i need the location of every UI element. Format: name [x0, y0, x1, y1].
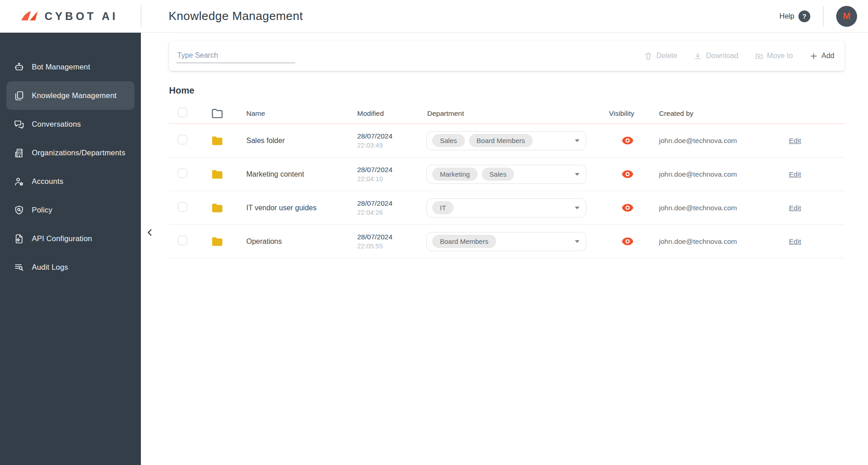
sidebar-item-bot-management[interactable]: Bot Management	[6, 53, 135, 81]
page-title: Knowledge Management	[169, 9, 303, 23]
column-header-visibility: Visibility	[604, 109, 652, 118]
building-icon	[14, 148, 25, 158]
robot-icon	[14, 62, 25, 73]
chevron-down-icon	[575, 139, 579, 142]
select-all-checkbox[interactable]	[178, 108, 187, 117]
cybot-logo-icon	[20, 10, 39, 23]
visibility-toggle[interactable]	[622, 137, 634, 144]
column-header-department: Department	[423, 109, 604, 118]
sidebar-item-label: Audit Logs	[32, 263, 68, 272]
move-to-button[interactable]: Move to	[755, 52, 793, 60]
topbar-divider	[823, 6, 823, 27]
modified-time: 22:04:26	[357, 209, 423, 216]
help-button[interactable]: Help ?	[779, 10, 810, 22]
sidebar-item-organizations-departments[interactable]: Organizations/Departments	[6, 139, 135, 167]
edit-link[interactable]: Edit	[789, 170, 801, 178]
brand-name: CYBOT AI	[45, 10, 118, 23]
delete-button[interactable]: Delete	[644, 52, 677, 60]
search-input[interactable]	[176, 49, 295, 63]
department-chip: Board Members	[469, 134, 533, 147]
department-select[interactable]: IT	[426, 198, 586, 218]
created-by-email: john.doe@technova.com	[652, 237, 782, 246]
visibility-toggle[interactable]	[622, 237, 634, 245]
breadcrumb-home[interactable]: Home	[169, 85, 868, 96]
visibility-toggle[interactable]	[622, 204, 634, 212]
sidebar-item-label: Knowledge Management	[32, 91, 117, 100]
department-chip: Marketing	[432, 168, 478, 181]
download-button[interactable]: Download	[693, 52, 738, 60]
trash-icon	[644, 52, 653, 60]
chat-bubbles-icon	[14, 119, 25, 130]
folders-table: Name Modified Department Visibility Crea…	[169, 103, 844, 258]
department-select[interactable]: MarketingSales	[426, 165, 586, 184]
folder-icon	[210, 235, 224, 248]
sidebar-item-label: Organizations/Departments	[32, 148, 125, 157]
folder-icon	[210, 168, 224, 181]
visibility-toggle[interactable]	[622, 170, 634, 178]
sidebar-item-label: Bot Management	[32, 63, 90, 71]
chevron-down-icon	[575, 207, 579, 209]
help-label: Help	[779, 12, 794, 20]
edit-link[interactable]: Edit	[789, 237, 801, 245]
table-header-row: Name Modified Department Visibility Crea…	[169, 103, 844, 124]
topbar: CYBOT AI Knowledge Management Help ? M	[0, 0, 868, 33]
sidebar-item-knowledge-management[interactable]: Knowledge Management	[6, 81, 135, 110]
row-checkbox[interactable]	[178, 236, 187, 245]
modified-time: 22:03:49	[357, 142, 423, 149]
sidebar-item-label: Conversations	[32, 120, 81, 129]
column-header-created-by: Created by	[652, 109, 782, 118]
row-checkbox[interactable]	[178, 168, 187, 178]
plus-icon	[809, 52, 818, 60]
download-button-label: Download	[706, 52, 738, 60]
eye-icon	[622, 137, 634, 144]
main-content: Delete Download Move to Add Home	[141, 33, 868, 465]
modified-date: 28/07/2024	[357, 199, 423, 208]
sidebar-item-label: Policy	[32, 206, 52, 214]
row-checkbox[interactable]	[178, 135, 187, 144]
avatar[interactable]: M	[836, 6, 857, 27]
sidebar-item-policy[interactable]: Policy	[6, 196, 135, 224]
folder-outline-icon	[210, 107, 224, 120]
created-by-email: john.doe@technova.com	[652, 170, 782, 178]
table-row: Marketing content 28/07/2024 22:04:10 Ma…	[169, 158, 844, 191]
user-gear-icon	[14, 176, 25, 187]
column-header-modified: Modified	[354, 109, 423, 118]
department-select[interactable]: SalesBoard Members	[426, 131, 586, 150]
department-chip: Sales	[432, 134, 465, 147]
delete-button-label: Delete	[656, 52, 677, 60]
chevron-down-icon	[575, 240, 579, 243]
add-button-label: Add	[822, 52, 834, 60]
sidebar-item-conversations[interactable]: Conversations	[6, 110, 135, 139]
sidebar-item-audit-logs[interactable]: Audit Logs	[6, 253, 135, 282]
edit-link[interactable]: Edit	[789, 137, 801, 144]
eye-icon	[622, 237, 634, 245]
sidebar: Bot Management Knowledge Management Conv…	[0, 33, 141, 465]
folder-name[interactable]: Marketing content	[242, 170, 354, 178]
table-row: Operations 28/07/2024 22:05:55 Board Mem…	[169, 225, 844, 258]
modified-date: 28/07/2024	[357, 233, 423, 241]
modified-time: 22:04:10	[357, 175, 423, 183]
created-by-email: john.doe@technova.com	[652, 137, 782, 145]
folder-name[interactable]: Operations	[242, 237, 354, 246]
sidebar-collapse-button[interactable]	[143, 225, 157, 240]
modified-date: 28/07/2024	[357, 132, 423, 140]
department-chip: Sales	[482, 168, 514, 181]
sidebar-item-api-configuration[interactable]: API Configuration	[6, 224, 135, 253]
folder-name[interactable]: IT vendor user guides	[242, 204, 354, 212]
column-header-name: Name	[242, 109, 354, 118]
sidebar-item-accounts[interactable]: Accounts	[6, 167, 135, 196]
row-checkbox[interactable]	[178, 202, 187, 212]
actions-card: Delete Download Move to Add	[169, 41, 844, 71]
edit-link[interactable]: Edit	[789, 204, 801, 212]
add-button[interactable]: Add	[809, 52, 834, 60]
department-chip: IT	[432, 201, 454, 214]
question-mark-icon: ?	[798, 10, 810, 22]
department-select[interactable]: Board Members	[426, 232, 586, 251]
eye-icon	[622, 204, 634, 212]
chevron-left-icon	[145, 228, 155, 237]
folder-name[interactable]: Sales folder	[242, 137, 354, 145]
download-icon	[693, 52, 702, 60]
chevron-down-icon	[575, 173, 579, 176]
table-body: Sales folder 28/07/2024 22:03:49 SalesBo…	[169, 124, 844, 258]
folder-move-icon	[755, 52, 763, 60]
